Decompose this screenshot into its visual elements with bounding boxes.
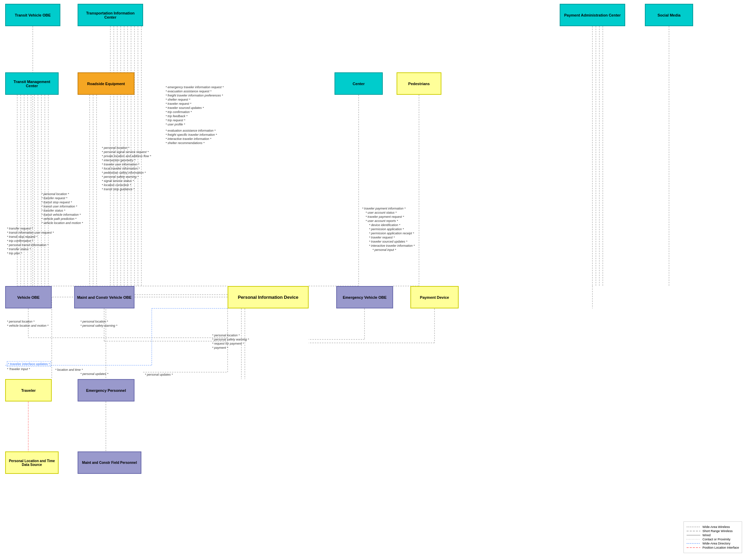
label-traveler-request: * traveler request * xyxy=(166,102,191,105)
traveler-node[interactable]: Traveler xyxy=(5,379,52,401)
label-local-traveler: * local traveler information * xyxy=(102,167,140,170)
label-traveler-interface: * traveler interface updates * xyxy=(7,361,51,367)
transportation-info-center-node[interactable]: Transportation Information Center xyxy=(78,4,143,26)
maint-constr-vehicle-node[interactable]: Maint and Constr Vehicle OBE xyxy=(74,286,134,308)
pedestrians-node[interactable]: Pedestrians xyxy=(397,72,441,95)
transportation-info-center-label: Transportation Information Center xyxy=(80,11,140,19)
label-trip-confirmation: * trip confirmation * xyxy=(166,110,192,114)
label-interactive-traveler: * interactive traveler information * xyxy=(166,137,211,141)
payment-device-node[interactable]: Payment Device xyxy=(410,286,459,308)
label-trip-request: * trip request * xyxy=(166,119,185,122)
label-personal-loc-maint: * personal location * xyxy=(80,320,108,323)
transit-vehicle-obe-label: Transit Vehicle OBE xyxy=(15,13,51,17)
maint-field-personnel-label: Maint and Constr Field Personnel xyxy=(82,461,137,465)
label-personal-signal: * personal signal service request * xyxy=(102,150,149,154)
payment-device-label: Payment Device xyxy=(420,295,449,299)
label-vehicle-path: * vehicle path prediction * xyxy=(41,217,77,221)
label-personal-loc-emerg: * personal location * xyxy=(212,334,240,337)
label-permission-app: * permission application * xyxy=(369,227,404,231)
legend-position-label: Position Location Interface xyxy=(702,546,739,549)
transit-vehicle-obe-node[interactable]: Transit Vehicle OBE xyxy=(5,4,60,26)
label-location-correction: * location correction * xyxy=(102,183,131,187)
legend-short-range: Short Range Wireless xyxy=(687,529,739,533)
personal-location-data-node[interactable]: Personal Location and Time Data Source xyxy=(5,451,59,474)
label-transit-info-user: * transit information user request * xyxy=(7,231,54,234)
roadside-equipment-node[interactable]: Roadside Equipment xyxy=(78,72,134,95)
label-transit-stop-guidance: * transit stop guidance * xyxy=(102,187,134,191)
label-vehicle-location: * vehicle location and motion * xyxy=(41,221,83,225)
label-evacuation-assistance: * evacuation assistance request * xyxy=(166,90,211,93)
label-trip-feedback: * trip feedback * xyxy=(166,114,188,118)
label-personal-input: * personal input * xyxy=(372,248,396,252)
label-request-payment: * request for payment * xyxy=(212,342,244,345)
label-signal-service: * signal service status * xyxy=(102,179,134,183)
legend-wide-area-label: Wide-Area Wireless xyxy=(702,525,730,529)
label-emergency-traveler: * emergency traveler information request… xyxy=(166,85,224,89)
label-trip-confirmation2: * trip confirmation * xyxy=(7,239,33,243)
label-personal-location1: * personal location * xyxy=(102,146,129,150)
legend: Wide-Area Wireless Short Range Wireless … xyxy=(683,521,742,553)
social-media-node[interactable]: Social Media xyxy=(645,4,693,26)
label-personal-update1: * personal updates * xyxy=(80,372,108,376)
legend-wide-area-directory: Wide-Area Directory xyxy=(687,542,739,545)
label-personal-update2: * personal updates * xyxy=(145,373,173,376)
label-payment: * payment * xyxy=(212,346,228,349)
emergency-vehicle-obe-label: Emergency Vehicle OBE xyxy=(343,295,387,299)
label-permission-receipt: * permission application receipt * xyxy=(369,232,414,235)
label-traveler-payment: * traveler payment information * xyxy=(362,207,406,210)
emergency-vehicle-obe-node[interactable]: Emergency Vehicle OBE xyxy=(336,286,393,308)
traveler-label: Traveler xyxy=(21,388,36,393)
legend-contact: Contact or Proximity xyxy=(687,538,739,541)
label-personal-loc-veh: * personal location * xyxy=(7,320,34,323)
transit-mgmt-center-label: Transit Management Center xyxy=(8,80,56,88)
label-traveler-payment-req: * traveler payment request * xyxy=(366,215,404,218)
label-transfer-req2: * transfer request * xyxy=(7,227,33,230)
label-transit-stop-req2: * transit stop request * xyxy=(7,235,38,238)
legend-directory-label: Wide-Area Directory xyxy=(702,542,730,545)
legend-contact-label: Contact or Proximity xyxy=(702,538,730,541)
label-traveler-req2: * traveler request * xyxy=(369,236,395,239)
label-personal-transit: * personal transit information * xyxy=(7,243,49,247)
label-user-profile: * user profile * xyxy=(166,123,185,126)
label-freight-specific: * freight specific traveler information … xyxy=(166,133,217,136)
label-freight-traveler: * freight traveler information preferenc… xyxy=(166,94,223,97)
label-traveler-sourced2: * traveler sourced updates * xyxy=(369,240,407,243)
roadside-equipment-label: Roadside Equipment xyxy=(87,82,125,86)
label-eval-assistance: * evaluation assistance information * xyxy=(166,129,216,132)
emergency-personnel-node[interactable]: Emergency Personnel xyxy=(78,379,134,401)
label-location-time: * location and time * xyxy=(55,368,83,371)
transit-mgmt-center-node[interactable]: Transit Management Center xyxy=(5,72,59,95)
label-traveler-user-info: * traveler user information * xyxy=(102,163,139,166)
label-private-location: * private location and address flow * xyxy=(102,154,151,158)
center-node[interactable]: Center xyxy=(334,72,383,95)
label-transfer-status1: * transfer status * xyxy=(41,209,65,212)
vehicle-obe-node[interactable]: Vehicle OBE xyxy=(5,286,52,308)
payment-admin-center-node[interactable]: Payment Administration Center xyxy=(560,4,625,26)
label-transfer-status2: * transfer status * xyxy=(7,247,31,251)
legend-position-location: Position Location Interface xyxy=(687,546,739,549)
vehicle-obe-label: Vehicle OBE xyxy=(17,295,40,299)
label-vehicle-loc-motion: * vehicle location and motion * xyxy=(7,324,49,327)
legend-short-range-label: Short Range Wireless xyxy=(702,529,733,533)
label-interactive-traveler2: * interactive traveler information * xyxy=(369,244,415,247)
label-device-id: * device identification * xyxy=(369,223,400,227)
label-user-account-status: * user account status * xyxy=(366,211,397,214)
center-label: Center xyxy=(353,82,365,86)
label-transfer-req: * transfer request * xyxy=(41,196,67,200)
label-user-account-reports: * user account reports * xyxy=(366,219,398,223)
label-transit-stop-req: * transit stop request * xyxy=(41,201,72,204)
payment-admin-center-label: Payment Administration Center xyxy=(564,13,621,17)
legend-wired: Wired xyxy=(687,533,739,537)
label-personal-safety-maint: * personal safety warning * xyxy=(80,324,117,327)
label-traveler-input: * Traveler Input * xyxy=(7,367,30,371)
maint-constr-vehicle-label: Maint and Constr Vehicle OBE xyxy=(77,295,132,299)
personal-info-device-label: Personal Information Device xyxy=(238,295,299,300)
diagram-container: Transit Vehicle OBE Transportation Infor… xyxy=(0,0,749,560)
legend-wired-label: Wired xyxy=(702,533,711,537)
legend-wide-area: Wide-Area Wireless xyxy=(687,525,739,529)
personal-info-device-node[interactable]: Personal Information Device xyxy=(228,286,309,308)
maint-field-personnel-node[interactable]: Maint and Constr Field Personnel xyxy=(78,451,141,474)
label-traveler-sourced: * traveler sourced updates * xyxy=(166,106,204,110)
emergency-personnel-label: Emergency Personnel xyxy=(86,388,126,393)
personal-location-data-label: Personal Location and Time Data Source xyxy=(8,459,56,467)
